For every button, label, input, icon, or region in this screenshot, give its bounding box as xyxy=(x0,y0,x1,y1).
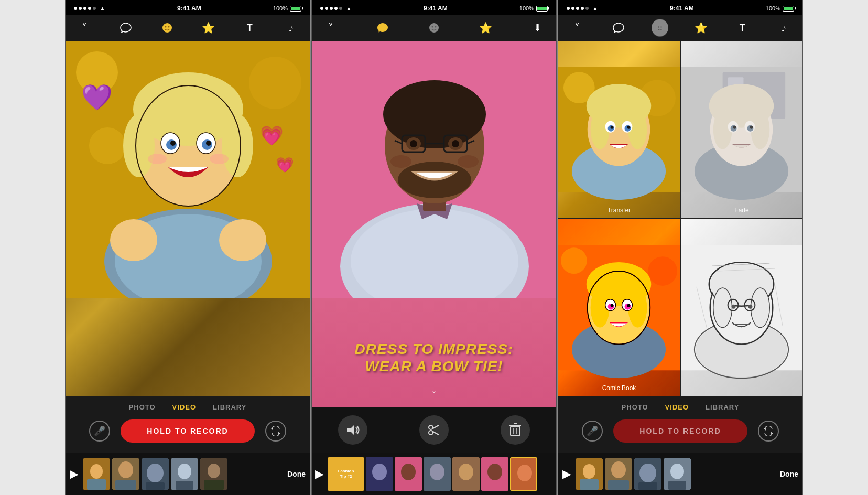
filter-selection-view: Transfer xyxy=(558,41,802,396)
phone-3: ▲ 9:41 AM 100% ˅ ⭐ T ♪ xyxy=(558,0,803,495)
timeline3-thumb-3[interactable] xyxy=(634,458,661,490)
svg-line-68 xyxy=(433,432,439,435)
svg-point-62 xyxy=(390,155,411,168)
record-button-1[interactable]: HOLD TO RECORD xyxy=(121,419,254,443)
filter-label-fade: Fade xyxy=(681,207,802,214)
svg-point-43 xyxy=(429,23,439,33)
timeline3-thumb-1[interactable] xyxy=(576,458,603,490)
timeline2-thumb-2[interactable] xyxy=(366,457,393,491)
filter-cell-transfer[interactable]: Transfer xyxy=(558,41,680,218)
photo-tab[interactable]: PHOTO xyxy=(129,403,156,411)
svg-point-88 xyxy=(660,26,661,27)
battery-fill-2 xyxy=(537,7,547,10)
timeline-thumb-5[interactable] xyxy=(200,458,227,490)
timeline2-thumb-5[interactable] xyxy=(452,457,480,491)
mic-button[interactable]: 🎤 xyxy=(89,421,110,442)
chevron-down-icon[interactable]: ˅ xyxy=(76,19,93,36)
download-icon[interactable]: ⬇ xyxy=(529,19,546,36)
svg-point-2 xyxy=(168,26,169,28)
timeline3-thumb-4[interactable] xyxy=(664,458,691,490)
record-button-3[interactable]: HOLD TO RECORD xyxy=(613,419,747,443)
signal-dot xyxy=(88,7,91,10)
filter-preview-sketch xyxy=(681,219,802,396)
filter-cell-fade[interactable]: Fade xyxy=(681,41,802,218)
mode-tabs-1: PHOTO VIDEO LIBRARY xyxy=(66,403,310,411)
svg-rect-162 xyxy=(638,482,657,490)
svg-point-22 xyxy=(219,219,266,261)
photo-tab-3[interactable]: PHOTO xyxy=(622,403,648,411)
chat-icon-3[interactable] xyxy=(610,19,627,36)
favorites-icon-2[interactable]: ⭐ xyxy=(478,19,494,36)
svg-marker-26 xyxy=(271,428,273,431)
svg-rect-159 xyxy=(608,480,629,490)
timeline-thumb-2[interactable] xyxy=(112,458,139,490)
signal-dot xyxy=(576,7,579,10)
caption-text: DRESS TO IMPRESS: WEAR A BOW TIE! xyxy=(322,340,546,375)
flip-camera-button[interactable] xyxy=(265,421,286,442)
time-display-2: 9:41 AM xyxy=(424,5,448,12)
timeline3-thumb-2[interactable] xyxy=(605,458,632,490)
pink-heart-emoji-1: 💗 xyxy=(260,125,284,147)
battery-fill xyxy=(291,7,300,10)
timeline-thumb-4[interactable] xyxy=(171,458,198,490)
flip-camera-button-3[interactable] xyxy=(758,421,779,442)
svg-marker-27 xyxy=(278,432,280,434)
svg-point-51 xyxy=(383,80,486,148)
stickers-icon[interactable] xyxy=(159,19,176,36)
text-icon[interactable]: T xyxy=(241,19,258,36)
svg-point-17 xyxy=(170,141,176,146)
delete-button[interactable] xyxy=(501,415,530,445)
svg-point-116 xyxy=(750,126,753,129)
timeline-thumb-3[interactable] xyxy=(142,458,169,490)
fashion-tip-thumb[interactable]: FashionTip #2 xyxy=(328,457,364,491)
play-button-1[interactable]: ▶ xyxy=(70,467,79,481)
timeline-thumb-1[interactable] xyxy=(83,458,110,490)
library-tab-3[interactable]: LIBRARY xyxy=(706,403,739,411)
filter-grid: Transfer xyxy=(558,41,802,396)
favorites-icon[interactable]: ⭐ xyxy=(200,19,216,36)
svg-point-141 xyxy=(713,287,732,327)
time-display-3: 9:41 AM xyxy=(670,5,694,12)
mic-button-3[interactable]: 🎤 xyxy=(582,421,603,442)
battery-area-3: 100% xyxy=(766,5,794,12)
svg-point-102 xyxy=(627,126,630,129)
library-tab[interactable]: LIBRARY xyxy=(213,403,246,411)
timeline2-thumb-4[interactable] xyxy=(424,457,451,491)
stickers-icon-2[interactable] xyxy=(426,19,442,36)
record-row-3: 🎤 HOLD TO RECORD xyxy=(558,419,802,443)
status-bar-3: ▲ 9:41 AM 100% xyxy=(558,0,802,15)
svg-point-158 xyxy=(611,461,626,478)
wifi-icon-2: ▲ xyxy=(346,5,352,12)
signal-dot xyxy=(334,7,338,10)
chat-icon[interactable] xyxy=(117,19,134,36)
wifi-icon-3: ▲ xyxy=(592,5,598,12)
done-button-3[interactable]: Done xyxy=(780,470,798,478)
filter-cell-comic[interactable]: Comic Book xyxy=(558,219,680,396)
filter-preview-comic xyxy=(558,219,680,396)
video-tab[interactable]: VIDEO xyxy=(172,403,196,411)
timeline2-thumb-7-selected[interactable] xyxy=(510,457,537,491)
scissors-button[interactable] xyxy=(419,415,449,445)
record-row-1: 🎤 HOLD TO RECORD xyxy=(66,419,310,443)
text-icon-3[interactable]: T xyxy=(734,19,751,36)
timeline2-thumb-6[interactable] xyxy=(481,457,508,491)
comic-background xyxy=(66,41,310,298)
music-icon-3[interactable]: ♪ xyxy=(775,19,792,36)
filter-label-transfer: Transfer xyxy=(558,207,680,214)
signal-dot xyxy=(79,7,82,10)
filter-cell-sketch[interactable] xyxy=(681,219,802,396)
done-button-1[interactable]: Done xyxy=(287,470,306,478)
svg-point-44 xyxy=(432,26,433,28)
chevron-down-icon-3[interactable]: ˅ xyxy=(569,19,585,36)
video-tab-3[interactable]: VIDEO xyxy=(665,403,689,411)
play-button-2[interactable]: ▶ xyxy=(315,467,324,481)
swipe-down-indicator[interactable]: ˅ xyxy=(431,389,437,402)
play-button-3[interactable]: ▶ xyxy=(562,467,571,481)
timeline2-thumb-3[interactable] xyxy=(395,457,422,491)
chat-icon-2[interactable] xyxy=(374,19,391,36)
volume-button[interactable] xyxy=(338,415,367,445)
favorites-icon-3[interactable]: ⭐ xyxy=(692,19,709,36)
stickers-icon-3[interactable] xyxy=(652,19,668,36)
chevron-down-icon-2[interactable]: ˅ xyxy=(322,19,339,36)
music-icon[interactable]: ♪ xyxy=(283,19,299,36)
